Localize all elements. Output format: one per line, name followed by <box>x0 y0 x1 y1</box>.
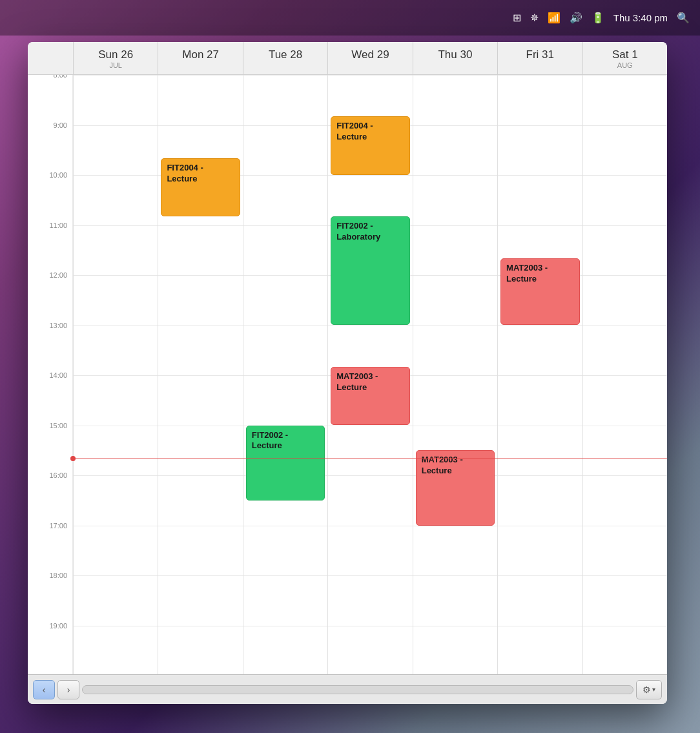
event-e6[interactable]: MAT2003 - Lecture <box>416 450 495 525</box>
hour-line <box>158 575 242 576</box>
settings-button[interactable]: ⚙ ▾ <box>636 680 662 699</box>
hour-line <box>413 626 497 626</box>
volume-icon: 🔊 <box>570 12 582 24</box>
hour-line <box>243 75 327 76</box>
day-header-tue-28: Tue 28 <box>243 42 327 74</box>
hour-line <box>583 475 667 476</box>
event-e3[interactable]: FIT2002 - Laboratory <box>331 216 409 325</box>
day-column-6 <box>582 75 667 674</box>
event-e2[interactable]: FIT2004 - Lecture <box>331 116 409 175</box>
hour-line <box>498 526 582 526</box>
event-e1[interactable]: FIT2004 - Lecture <box>161 158 240 216</box>
next-button[interactable]: › <box>57 680 79 699</box>
hour-line <box>74 275 158 276</box>
hour-line <box>583 75 667 76</box>
toolbar-scrollbar[interactable] <box>82 685 633 694</box>
hour-line <box>74 526 158 526</box>
time-label-17-00: 17:00 <box>49 522 67 530</box>
hour-line <box>158 125 242 126</box>
time-label-15-00: 15:00 <box>49 422 67 429</box>
day-column-3: FIT2004 - LectureFIT2002 - LaboratoryMAT… <box>327 75 412 674</box>
hour-line <box>583 575 667 576</box>
hour-line <box>328 626 412 626</box>
time-label-11-00: 11:00 <box>49 222 67 229</box>
hour-line <box>74 175 158 176</box>
time-label-9-00: 9:00 <box>54 121 67 129</box>
day-column-5: MAT2003 - Lecture <box>497 75 582 674</box>
hour-line <box>413 275 497 276</box>
hour-line <box>413 175 497 176</box>
hour-line <box>243 575 327 576</box>
day-header-sat-1: Sat 1AUG <box>582 42 667 74</box>
hour-line <box>74 225 158 226</box>
hour-line <box>74 75 158 76</box>
hour-line <box>413 75 497 76</box>
day-column-2: FIT2002 - Lecture <box>243 75 327 674</box>
hour-line <box>413 375 497 376</box>
hour-line <box>583 175 667 176</box>
time-label-19-00: 19:00 <box>49 622 67 630</box>
event-e4[interactable]: MAT2003 - Lecture <box>331 367 409 426</box>
time-label-10-00: 10:00 <box>49 171 67 179</box>
hour-line <box>413 426 497 426</box>
hour-line <box>243 125 327 126</box>
hour-line <box>328 325 412 326</box>
hour-line <box>328 575 412 576</box>
event-e7[interactable]: MAT2003 - Lecture <box>500 258 579 325</box>
hour-line <box>328 175 412 176</box>
hour-line <box>74 325 158 326</box>
hour-line <box>413 325 497 326</box>
hour-line <box>243 526 327 526</box>
hour-line <box>583 325 667 326</box>
day-headers: Sun 26JULMon 27Tue 28Wed 29Thu 30Fri 31S… <box>73 42 667 74</box>
hour-line <box>158 626 242 626</box>
hour-line <box>328 426 412 426</box>
hour-line <box>243 175 327 176</box>
time-label-16-00: 16:00 <box>49 471 67 479</box>
time-label-12-00: 12:00 <box>49 271 67 279</box>
time-label-8-00: 8:00 <box>54 75 67 79</box>
hour-line <box>498 475 582 476</box>
hour-line <box>583 275 667 276</box>
wifi-icon: 📶 <box>548 12 561 24</box>
day-header-sun-26: Sun 26JUL <box>73 42 158 74</box>
hour-line <box>158 75 242 76</box>
menubar: ⊞ ✵ 📶 🔊 🔋 Thu 3:40 pm 🔍 <box>0 0 700 36</box>
hour-line <box>243 626 327 626</box>
hour-line <box>498 225 582 226</box>
hour-line <box>74 575 158 576</box>
hour-line <box>498 626 582 626</box>
search-icon[interactable]: 🔍 <box>677 12 690 24</box>
hour-line <box>158 526 242 526</box>
time-gutter-header <box>28 42 73 74</box>
day-column-1: FIT2004 - Lecture <box>158 75 242 674</box>
day-header-wed-29: Wed 29 <box>327 42 412 74</box>
airplay-icon: ⊞ <box>513 12 521 24</box>
day-header-mon-27: Mon 27 <box>158 42 242 74</box>
menubar-time: Thu 3:40 pm <box>613 12 668 23</box>
hour-line <box>413 575 497 576</box>
time-label-13-00: 13:00 <box>49 322 67 329</box>
hour-line <box>158 475 242 476</box>
chevron-icon: ▾ <box>652 686 655 693</box>
hour-line <box>583 626 667 626</box>
hour-line <box>583 426 667 426</box>
hour-line <box>498 125 582 126</box>
hour-line <box>583 375 667 376</box>
hour-line <box>328 75 412 76</box>
day-header-thu-30: Thu 30 <box>413 42 497 74</box>
next-icon: › <box>67 685 70 695</box>
hour-line <box>243 225 327 226</box>
hour-line <box>583 526 667 526</box>
hour-line <box>74 125 158 126</box>
hour-line <box>583 225 667 226</box>
hour-line <box>158 426 242 426</box>
hour-line <box>158 225 242 226</box>
prev-icon: ‹ <box>43 685 46 695</box>
hour-line <box>328 475 412 476</box>
prev-button[interactable]: ‹ <box>33 680 55 699</box>
time-gutter: 8:009:0010:0011:0012:0013:0014:0015:0016… <box>28 75 73 674</box>
calendar-window: Sun 26JULMon 27Tue 28Wed 29Thu 30Fri 31S… <box>28 42 667 704</box>
event-e5[interactable]: FIT2002 - Lecture <box>246 426 325 501</box>
calendar-header: Sun 26JULMon 27Tue 28Wed 29Thu 30Fri 31S… <box>28 42 667 75</box>
